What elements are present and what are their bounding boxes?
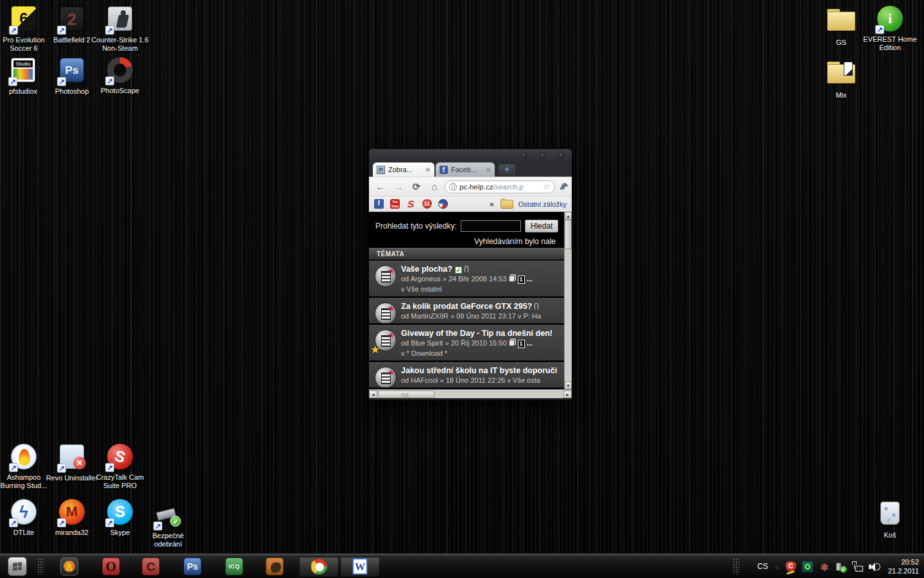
bookmark-star-icon[interactable]: ☆	[543, 182, 551, 191]
recycle-bin-icon	[880, 502, 900, 525]
topic-row[interactable]: ★ Za kolik prodat GeForce GTX 295? od Ma…	[369, 298, 564, 324]
desktop-icon-crazytalk[interactable]: S↗ CrazyTalk Cam Suite PRO	[90, 443, 150, 490]
shortcut-arrow-icon: ↗	[875, 25, 884, 34]
browser-window: Zobra... ✕ f Faceb... ✕ + ← → ⟳ ⌂ pc-hel…	[369, 149, 572, 400]
topic-forum[interactable]: v * Download *	[401, 349, 561, 357]
topic-title[interactable]: Za kolik prodat GeForce GTX 295?	[401, 302, 532, 311]
language-indicator[interactable]: CS	[757, 562, 768, 571]
maximize-button[interactable]	[540, 152, 545, 158]
desktop-icon-everest[interactable]: i↗ EVEREST Home Edition	[860, 5, 920, 52]
clock-time: 20:52	[888, 557, 919, 566]
taskbar-button-photoshop[interactable]: Ps	[173, 556, 212, 577]
address-bar[interactable]: pc-help.cz/search.p ☆	[445, 180, 555, 193]
window-titlebar[interactable]	[369, 149, 572, 162]
back-icon[interactable]: ←	[373, 181, 388, 192]
search-button[interactable]: Hledat	[525, 220, 559, 232]
folder-icon	[827, 9, 855, 31]
browser-toolbar: ← → ⟳ ⌂ pc-help.cz/search.p ☆	[369, 177, 572, 196]
seznam-bookmark-icon[interactable]: S	[405, 199, 416, 209]
topic-row[interactable]: ★ Vaše plocha?✓ od Argoneus » 24 Bře 200…	[369, 261, 564, 297]
start-button[interactable]	[8, 557, 27, 576]
taskbar-button-opera[interactable]: O	[91, 556, 131, 577]
volume-tray-icon[interactable]	[869, 561, 880, 572]
taskbar-button-firefox[interactable]	[255, 556, 295, 577]
safe-remove-tray-icon[interactable]: ✓	[835, 561, 846, 572]
folder-icon	[827, 62, 855, 83]
tab-close-icon[interactable]: ✕	[486, 166, 491, 173]
desktop-icon-label: Counter-Strike 1.6 Non-Steam	[90, 36, 150, 53]
shortcut-arrow-icon: ↗	[153, 521, 162, 530]
photoshop-icon: Ps	[184, 557, 201, 575]
home-icon[interactable]: ⌂	[427, 181, 442, 192]
close-button[interactable]	[558, 152, 564, 158]
desktop-icon-recycle-bin[interactable]: Koš	[860, 500, 920, 539]
taskbar-button-chrome[interactable]	[299, 556, 339, 577]
network-tray-icon[interactable]	[852, 561, 863, 572]
more-pages[interactable]: ...	[527, 275, 533, 283]
page-number-badge[interactable]: 1	[518, 340, 525, 348]
desktop-icon-counterstrike[interactable]: ↗ Counter-Strike 1.6 Non-Steam	[90, 5, 150, 53]
tray-separator	[733, 558, 739, 575]
new-tab-button[interactable]: +	[499, 164, 515, 175]
taskbar-button-aimp[interactable]: △	[49, 556, 89, 577]
tab-close-icon[interactable]: ✕	[425, 166, 431, 173]
badge-11-bookmark-icon[interactable]: 11	[422, 199, 432, 209]
comodo-shield-tray-icon[interactable]: C	[785, 561, 796, 572]
topic-row[interactable]: ★ Jakou střední školu na IT byste doporu…	[369, 362, 564, 388]
horizontal-scrollbar[interactable]: ◄ ►	[369, 389, 572, 398]
network-activity-tray-icon[interactable]: ✱	[819, 561, 830, 572]
desktop-icon-photoscape[interactable]: ↗ PhotoScape	[90, 57, 150, 95]
shortcut-arrow-icon: ↗	[9, 26, 18, 35]
youtube-bookmark-icon[interactable]: You Tube	[390, 199, 400, 209]
antivirus-eye-tray-icon[interactable]	[802, 561, 813, 572]
scroll-down-icon[interactable]: ▼	[565, 381, 572, 389]
favorite-star-icon: ★	[370, 345, 380, 355]
facebook-bookmark-icon[interactable]: f	[374, 199, 384, 209]
page-number-badge[interactable]: 1	[518, 276, 525, 284]
tab-strip: Zobra... ✕ f Faceb... ✕ +	[369, 162, 572, 177]
desktop-icon-label: PhotoScape	[90, 87, 150, 95]
windows-logo-icon	[13, 562, 22, 570]
topic-forum[interactable]: v Vše ostatní	[401, 285, 561, 293]
word-icon: W	[352, 558, 368, 575]
topic-meta: od Blue Spirit » 20 Říj 2010 15:50	[401, 339, 507, 347]
horizontal-scroll-thumb[interactable]	[378, 390, 434, 398]
desktop-icon-mix-folder[interactable]: Mix	[812, 58, 871, 100]
other-bookmarks-label[interactable]: Ostatní záložky	[518, 200, 567, 208]
desktop-icon-label: Koš	[860, 531, 920, 539]
topic-title[interactable]: Jakou střední školu na IT byste doporuči	[401, 366, 557, 375]
vertical-scrollbar[interactable]: ▲ ▼	[564, 212, 572, 389]
topics-section-header: TÉMATA	[369, 248, 564, 260]
clock[interactable]: 20:52 21.2.2011	[888, 557, 919, 575]
page-content: Prohledat tyto výsledky: Hledat Vyhledáv…	[369, 212, 572, 398]
scroll-right-icon[interactable]: ►	[563, 390, 572, 398]
desktop-icon-safe-remove[interactable]: ✓↗ Bezpečné odebrání	[139, 502, 198, 548]
topic-meta: od MartinZX9R » 09 Úno 2011 23:17 v P: H…	[401, 312, 541, 320]
topic-row[interactable]: ★ ★ Giveway of the Day - Tip na dnešní d…	[369, 325, 564, 361]
forward-icon[interactable]: →	[391, 181, 406, 192]
wrench-menu-icon[interactable]	[559, 182, 568, 191]
taskbar-button-icq[interactable]: ICQ	[214, 556, 254, 577]
scroll-up-icon[interactable]: ▲	[565, 212, 572, 220]
globe-bookmark-icon[interactable]	[438, 199, 448, 209]
show-hidden-icons-arrow[interactable]: ◄	[774, 563, 780, 570]
tab-forum[interactable]: Zobra... ✕	[373, 162, 434, 177]
minimize-button[interactable]	[521, 152, 527, 158]
tab-facebook[interactable]: f Faceb... ✕	[436, 162, 495, 177]
other-bookmarks-folder-icon[interactable]	[501, 200, 512, 208]
attachment-clip-icon	[465, 266, 468, 272]
more-pages[interactable]: ...	[527, 339, 533, 347]
taskbar-button-comodo-dragon[interactable]: C	[131, 556, 171, 577]
vertical-scroll-thumb[interactable]	[565, 220, 572, 249]
attachment-clip-icon	[535, 303, 538, 310]
url-text[interactable]: pc-help.cz/search.p	[459, 183, 524, 191]
scroll-left-icon[interactable]: ◄	[369, 390, 377, 398]
facebook-favicon: f	[440, 166, 448, 174]
topic-title[interactable]: Giveway of the Day - Tip na dnešní den!	[401, 329, 552, 338]
bookmarks-overflow-chevron[interactable]: »	[490, 200, 494, 209]
taskbar-button-word[interactable]: W	[340, 556, 380, 577]
results-note: Vyhledáváním bylo nale	[474, 237, 556, 246]
reload-icon[interactable]: ⟳	[409, 181, 424, 193]
topic-title[interactable]: Vaše plocha?	[401, 265, 452, 274]
search-input[interactable]	[461, 220, 521, 232]
